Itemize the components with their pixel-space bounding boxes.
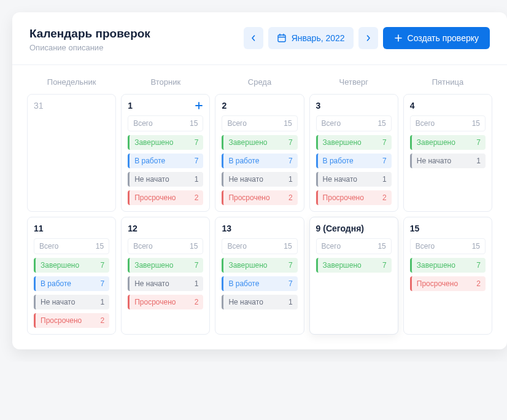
day-number: 3 <box>316 101 321 111</box>
weekday-label: Вторник <box>121 77 210 87</box>
stat-total: Всего15 <box>222 115 297 131</box>
stat-label: В работе <box>323 157 354 165</box>
stat-done: Завершено7 <box>34 258 109 273</box>
day-number: 13 <box>222 224 231 233</box>
stat-count: 7 <box>101 261 105 270</box>
stat-label: Всего <box>227 119 246 128</box>
stat-label: Завершено <box>134 261 173 270</box>
stat-notstarted: Не начато1 <box>316 172 392 187</box>
stat-label: Завершено <box>134 138 173 147</box>
month-select[interactable]: Январь, 2022 <box>268 27 354 49</box>
stat-label: Всего <box>227 242 246 251</box>
day-cell[interactable]: 31 <box>27 94 116 212</box>
stat-notstarted: Не начато1 <box>222 295 297 309</box>
stat-done: Завершено7 <box>410 135 486 150</box>
stat-count: 7 <box>288 157 293 165</box>
stat-count: 2 <box>288 193 293 202</box>
chevron-right-icon <box>365 35 371 41</box>
stat-count: 1 <box>476 157 481 165</box>
stat-notstarted: Не начато1 <box>222 172 297 187</box>
stat-label: Не начато <box>41 298 75 306</box>
add-check-icon[interactable] <box>195 101 203 110</box>
stat-overdue: Просрочено2 <box>34 313 109 328</box>
stat-label: Просрочено <box>417 279 458 288</box>
stat-label: Всего <box>39 242 58 251</box>
day-cell[interactable]: 1Всего15Завершено7В работе7Не начато1Про… <box>121 94 210 212</box>
stat-progress: В работе7 <box>316 154 392 168</box>
stat-label: Просрочено <box>228 193 269 202</box>
stat-notstarted: Не начато1 <box>34 295 109 309</box>
stat-total: Всего15 <box>410 238 486 254</box>
stat-label: Завершено <box>323 261 362 270</box>
day-number: 31 <box>34 101 44 111</box>
stat-count: 7 <box>382 261 387 270</box>
stat-count: 1 <box>101 298 105 306</box>
stat-label: Завершено <box>228 138 267 147</box>
stat-label: Всего <box>416 119 435 128</box>
day-cell[interactable]: 12Всего15Завершено7Не начато1Просрочено2 <box>121 217 210 335</box>
stat-total: Всего15 <box>316 238 392 254</box>
stat-count: 7 <box>195 157 199 165</box>
month-prev-button[interactable] <box>244 27 263 49</box>
stat-count: 1 <box>382 175 387 184</box>
day-cell[interactable]: 13Всего15Завершено7В работе7Не начато1 <box>215 217 304 335</box>
stat-count: 2 <box>101 316 105 325</box>
day-cell[interactable]: 3Всего15Завершено7В работе7Не начато1Про… <box>309 94 398 212</box>
stat-label: Завершено <box>228 261 267 270</box>
plus-icon <box>394 34 403 42</box>
stat-done: Завершено7 <box>128 135 203 150</box>
stat-label: В работе <box>41 279 71 288</box>
day-cell[interactable]: 4Всего15Завершено7Не начато1 <box>403 94 492 212</box>
stat-count: 7 <box>195 261 199 270</box>
svg-rect-0 <box>278 35 285 42</box>
stat-label: В работе <box>134 157 165 165</box>
day-number: 4 <box>410 101 415 111</box>
page-title: Календарь проверок <box>29 27 150 41</box>
stat-label: Всего <box>133 242 152 251</box>
day-number: 2 <box>222 101 226 111</box>
stat-count: 15 <box>284 119 292 128</box>
stat-label: Всего <box>322 242 341 251</box>
stat-notstarted: Не начато1 <box>128 172 203 187</box>
month-next-button[interactable] <box>358 27 378 49</box>
stat-overdue: Просрочено2 <box>410 276 486 291</box>
stat-total: Всего15 <box>316 115 392 131</box>
stat-label: Всего <box>416 242 435 251</box>
create-check-button[interactable]: Создать проверку <box>383 27 490 49</box>
stat-label: Просрочено <box>41 316 82 325</box>
stat-total: Всего15 <box>128 115 203 131</box>
day-cell[interactable]: 11Всего15Завершено7В работе7Не начато1Пр… <box>27 217 116 335</box>
stat-overdue: Просрочено2 <box>128 190 203 205</box>
stat-count: 15 <box>284 242 292 251</box>
stat-count: 7 <box>288 261 293 270</box>
stat-done: Завершено7 <box>410 258 486 273</box>
stat-done: Завершено7 <box>316 258 392 273</box>
stat-progress: В работе7 <box>222 276 297 291</box>
day-number: 12 <box>128 224 137 233</box>
stat-done: Завершено7 <box>222 135 297 150</box>
stat-label: Не начато <box>228 175 263 184</box>
stat-count: 15 <box>377 119 385 128</box>
stat-label: Завершено <box>323 138 362 147</box>
stat-notstarted: Не начато1 <box>128 276 203 291</box>
stat-label: Завершено <box>417 261 455 270</box>
stat-count: 15 <box>96 242 104 251</box>
stat-label: Завершено <box>41 261 79 270</box>
stat-count: 2 <box>195 193 199 202</box>
stat-count: 15 <box>190 119 198 128</box>
stat-label: Просрочено <box>134 298 176 306</box>
stat-count: 7 <box>288 138 293 147</box>
stat-total: Всего15 <box>128 238 203 254</box>
stat-count: 7 <box>382 138 387 147</box>
stat-label: Не начато <box>417 157 451 165</box>
stat-count: 15 <box>472 119 480 128</box>
stat-count: 1 <box>288 298 293 306</box>
stat-count: 1 <box>195 175 199 184</box>
day-cell[interactable]: 15Всего15Завершено7Просрочено2 <box>403 217 492 335</box>
stat-count: 7 <box>195 138 199 147</box>
stat-count: 15 <box>190 242 198 251</box>
stat-progress: В работе7 <box>222 154 297 168</box>
stat-count: 7 <box>476 138 481 147</box>
day-cell[interactable]: 9 (Сегодня)Всего15Завершено7 <box>309 217 398 335</box>
day-cell[interactable]: 2Всего15Завершено7В работе7Не начато1Про… <box>215 94 304 212</box>
